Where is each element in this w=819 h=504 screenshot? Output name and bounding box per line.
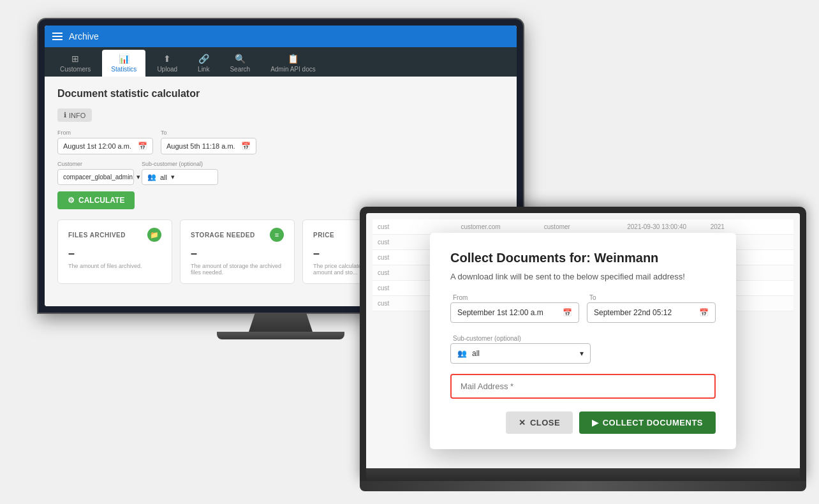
- close-x-icon: ✕: [519, 418, 526, 427]
- dialog-from-value: September 1st 12:00 a.m: [457, 308, 543, 317]
- dialog-chevron-down-icon: ▾: [580, 349, 584, 358]
- collect-play-icon: ▶: [592, 418, 599, 427]
- from-label: From: [57, 130, 153, 136]
- nav-label-search: Search: [230, 66, 250, 73]
- monitor-base: [217, 332, 344, 339]
- customer-row: Customer compacer_global_admin ▾ Sub-cus…: [57, 161, 504, 185]
- nav-item-search[interactable]: 🔍 Search: [221, 50, 259, 77]
- customer-label: Customer: [57, 161, 134, 167]
- stat-card-storage-header: STORAGE NEEDED ≡: [191, 228, 284, 242]
- dialog-to-label: To: [587, 294, 716, 301]
- stat-storage-desc: The amount of storage the archived files…: [191, 263, 284, 276]
- calculate-label: CALCULATE: [78, 196, 124, 205]
- stat-card-files: FILES ARCHIVED 📁 – The amount of files a…: [57, 219, 172, 284]
- dialog-people-icon: 👥: [457, 349, 467, 358]
- info-icon: ℹ: [64, 111, 66, 119]
- dialog-title: Collect Documents for: Weinmann: [450, 251, 716, 265]
- subcustomer-label: Sub-customer (optional): [142, 161, 218, 167]
- nav-label-admin-api: Admin API docs: [270, 66, 316, 73]
- monitor-stand: [249, 313, 313, 332]
- search-icon: 🔍: [235, 54, 246, 64]
- stat-files-desc: The amount of files archived.: [68, 263, 161, 269]
- info-button[interactable]: ℹ INFO: [57, 108, 92, 122]
- monitor-topbar: Archive: [45, 26, 517, 47]
- upload-icon: ⬆: [163, 54, 171, 64]
- to-field-group: To August 5th 11:18 a.m. 📅: [161, 130, 256, 154]
- nav-item-link[interactable]: 🔗 Link: [189, 50, 218, 77]
- collect-documents-dialog: Collect Documents for: Weinmann A downlo…: [430, 233, 736, 449]
- hamburger-menu[interactable]: [52, 33, 63, 40]
- dialog-to-value: September 22nd 05:12: [594, 308, 672, 317]
- nav-label-customers: Customers: [60, 66, 91, 73]
- dialog-subcustomer-row: Sub-customer (optional) 👥 all ▾: [450, 332, 716, 364]
- from-field-group: From August 1st 12:00 a.m. 📅: [57, 130, 153, 154]
- calculate-icon: ⚙: [68, 196, 75, 205]
- dialog-from-label: From: [450, 294, 579, 301]
- collect-label: COLLECT DOCUMENTS: [603, 418, 703, 427]
- laptop: cust customer.com customer 2021-09-30 13…: [360, 207, 806, 491]
- from-value: August 1st 12:00 a.m.: [63, 142, 131, 150]
- nav-item-upload[interactable]: ⬆ Upload: [148, 50, 186, 77]
- laptop-screen-inner: cust customer.com customer 2021-09-30 13…: [366, 213, 800, 468]
- stat-card-storage: STORAGE NEEDED ≡ – The amount of storage…: [180, 219, 295, 284]
- nav-label-upload: Upload: [157, 66, 177, 73]
- monitor-nav: ⊞ Customers 📊 Statistics ⬆ Upload 🔗 Link…: [45, 47, 517, 77]
- dialog-subcustomer-value: all: [467, 349, 580, 358]
- statistics-icon: 📊: [119, 54, 129, 64]
- admin-api-icon: 📋: [288, 54, 299, 64]
- to-calendar-icon: 📅: [241, 142, 251, 151]
- date-range-row: From August 1st 12:00 a.m. 📅 To August 5…: [57, 130, 504, 154]
- stat-storage-icon: ≡: [270, 228, 284, 242]
- to-label: To: [161, 130, 256, 136]
- dialog-actions: ✕ CLOSE ▶ COLLECT DOCUMENTS: [450, 411, 716, 434]
- nav-item-admin-api[interactable]: 📋 Admin API docs: [262, 50, 325, 77]
- laptop-base-bar: [366, 468, 800, 481]
- subcustomer-value: all: [160, 174, 167, 181]
- laptop-screen-outer: cust customer.com customer 2021-09-30 13…: [360, 207, 806, 481]
- stat-price-title: PRICE: [313, 232, 334, 239]
- subcustomer-chevron-icon: ▾: [171, 173, 175, 181]
- stat-files-value: –: [68, 247, 161, 260]
- app-title: Archive: [69, 31, 99, 41]
- link-icon: 🔗: [198, 54, 209, 64]
- collect-documents-button[interactable]: ▶ COLLECT DOCUMENTS: [579, 411, 716, 434]
- customer-select[interactable]: compacer_global_admin ▾: [57, 169, 134, 185]
- dialog-from-calendar-icon: 📅: [563, 308, 572, 317]
- stat-files-title: FILES ARCHIVED: [68, 232, 126, 239]
- dialog-overlay: Collect Documents for: Weinmann A downlo…: [366, 213, 800, 468]
- mail-address-input[interactable]: [450, 374, 716, 399]
- stat-storage-title: STORAGE NEEDED: [191, 232, 255, 239]
- dialog-subtitle: A download link will be sent to the belo…: [450, 272, 716, 281]
- subcustomer-field-group: Sub-customer (optional) 👥 all ▾: [142, 161, 218, 185]
- dialog-from-group: From September 1st 12:00 a.m 📅: [450, 294, 579, 323]
- dialog-to-group: To September 22nd 05:12 📅: [587, 294, 716, 323]
- nav-label-statistics: Statistics: [111, 66, 136, 73]
- nav-item-statistics[interactable]: 📊 Statistics: [102, 50, 145, 77]
- close-label: CLOSE: [530, 418, 560, 427]
- customers-icon: ⊞: [71, 54, 79, 64]
- dialog-from-input[interactable]: September 1st 12:00 a.m 📅: [450, 302, 579, 323]
- close-button[interactable]: ✕ CLOSE: [506, 411, 573, 434]
- customer-value: compacer_global_admin: [63, 174, 133, 181]
- stat-card-files-header: FILES ARCHIVED 📁: [68, 228, 161, 242]
- to-value: August 5th 11:18 a.m.: [166, 142, 235, 150]
- from-input[interactable]: August 1st 12:00 a.m. 📅: [57, 138, 153, 154]
- nav-label-link: Link: [198, 66, 209, 73]
- page-title: Document statistic calculator: [57, 88, 504, 100]
- customer-field-group: Customer compacer_global_admin ▾: [57, 161, 134, 185]
- dialog-to-input[interactable]: September 22nd 05:12 📅: [587, 302, 716, 323]
- dialog-subcustomer-label: Sub-customer (optional): [450, 335, 521, 342]
- calculate-button[interactable]: ⚙ CALCULATE: [57, 191, 135, 209]
- dialog-subcustomer-select[interactable]: 👥 all ▾: [450, 343, 591, 364]
- laptop-bottom: [360, 481, 806, 491]
- nav-item-customers[interactable]: ⊞ Customers: [51, 50, 100, 77]
- dialog-to-calendar-icon: 📅: [699, 308, 709, 317]
- dialog-date-row: From September 1st 12:00 a.m 📅 To Septem…: [450, 294, 716, 323]
- subcustomer-select[interactable]: 👥 all ▾: [142, 169, 218, 185]
- from-calendar-icon: 📅: [138, 142, 147, 151]
- chevron-down-icon: ▾: [136, 173, 140, 181]
- stat-files-icon: 📁: [147, 228, 161, 242]
- stat-storage-value: –: [191, 247, 284, 260]
- subcustomer-people-icon: 👥: [147, 173, 156, 181]
- to-input[interactable]: August 5th 11:18 a.m. 📅: [161, 138, 256, 154]
